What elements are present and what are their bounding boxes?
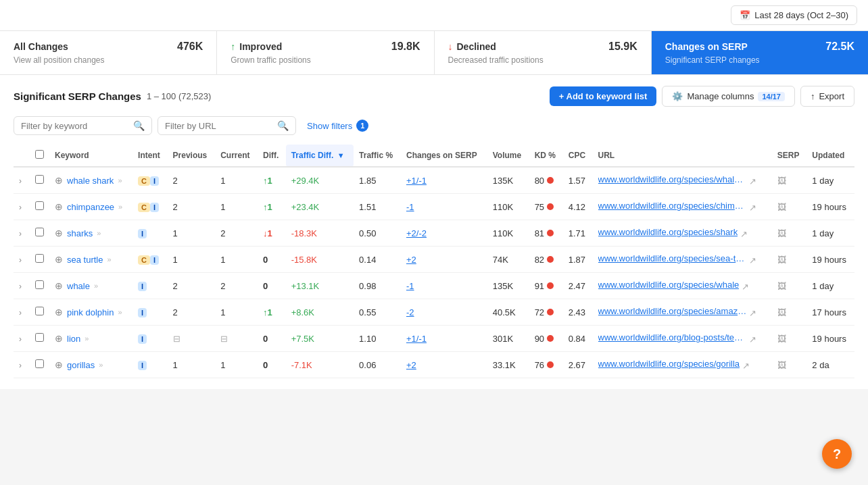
range-text: 1 – 100 (72,523) xyxy=(147,91,211,101)
current-cell: 1 xyxy=(215,299,258,326)
serp-cell: 🖼 xyxy=(772,326,807,352)
url-link[interactable]: www.worldwildlife.org/species/sea-turtle xyxy=(598,253,747,263)
keyword-filter-input[interactable] xyxy=(21,121,129,131)
keyword-link[interactable]: gorillas xyxy=(67,360,95,370)
updated-cell: 19 hours xyxy=(806,247,854,273)
export-button[interactable]: ↑ Export xyxy=(800,86,854,107)
keyword-link[interactable]: sea turtle xyxy=(67,255,103,265)
changes-serp-link[interactable]: +1/-1 xyxy=(406,176,427,186)
page-title: Significant SERP Changes xyxy=(14,91,141,102)
intent-cell: CI xyxy=(132,167,168,194)
checkbox-cell xyxy=(30,220,49,247)
row-checkbox[interactable] xyxy=(35,359,44,368)
url-external-link-button[interactable]: ↗ xyxy=(749,176,756,186)
improved-value: 19.8K xyxy=(391,41,420,53)
date-range-button[interactable]: 📅 Last 28 days (Oct 2–30) xyxy=(731,5,857,25)
expand-button[interactable]: › xyxy=(19,255,22,265)
serp-screenshot-button[interactable]: 🖼 xyxy=(777,255,786,265)
keyword-link[interactable]: lion xyxy=(67,334,80,344)
badge-i: I xyxy=(138,361,147,370)
manage-columns-button[interactable]: ⚙️ Manage columns 14/17 xyxy=(662,86,795,107)
url-link[interactable]: www.worldwildlife.org/species/shark xyxy=(598,227,738,237)
expand-button[interactable]: › xyxy=(19,176,22,186)
intent-cell: I xyxy=(132,273,168,299)
keyword-link[interactable]: sharks xyxy=(67,228,93,238)
changes-serp-link[interactable]: +2 xyxy=(406,360,416,370)
url-link[interactable]: www.worldwildlife.org/species/whale-shar… xyxy=(598,174,747,184)
kd-cell: 82 xyxy=(529,247,563,273)
keyword-cell: ⊕ chimpanzee » xyxy=(49,194,132,220)
url-external-link-button[interactable]: ↗ xyxy=(749,203,756,213)
expand-button[interactable]: › xyxy=(19,361,22,370)
keyword-link[interactable]: pink dolphin xyxy=(67,307,114,317)
col-traffic-diff[interactable]: Traffic Diff. ▼ xyxy=(286,145,354,167)
url-filter-input[interactable] xyxy=(165,121,273,131)
add-to-keyword-list-button[interactable]: + Add to keyword list xyxy=(550,86,657,106)
changes-serp-link[interactable]: +2 xyxy=(406,255,416,265)
stat-improved[interactable]: ↑ Improved 19.8K Grown traffic positions xyxy=(217,31,434,74)
kw-add-icon: ⊕ xyxy=(55,228,63,238)
keyword-link[interactable]: whale xyxy=(67,281,90,291)
table-row: › ⊕ chimpanzee » CI 2 1 ↑1 +23.4K 1.51 -… xyxy=(14,194,854,220)
row-checkbox[interactable] xyxy=(35,201,44,210)
url-link[interactable]: www.worldwildlife.org/species/chimpanzee xyxy=(598,201,747,211)
expand-button[interactable]: › xyxy=(19,203,22,212)
url-external-link-button[interactable]: ↗ xyxy=(749,308,756,318)
url-link[interactable]: www.worldwildlife.org/species/gorilla xyxy=(598,359,740,369)
keyword-link[interactable]: chimpanzee xyxy=(67,202,114,212)
serp-screenshot-button[interactable]: 🖼 xyxy=(777,228,786,238)
traffic-pct-cell: 1.51 xyxy=(354,194,401,220)
intent-cell: I xyxy=(132,299,168,326)
url-external-link-button[interactable]: ↗ xyxy=(749,334,756,344)
changes-serp-link[interactable]: -1 xyxy=(406,202,414,212)
stat-serp-changes[interactable]: Changes on SERP 72.5K Significant SERP c… xyxy=(652,31,868,74)
col-expand xyxy=(14,145,30,167)
expand-button[interactable]: › xyxy=(19,334,22,344)
serp-screenshot-button[interactable]: 🖼 xyxy=(777,202,786,212)
cpc-cell: 1.87 xyxy=(563,247,593,273)
kd-cell: 80 xyxy=(529,167,563,194)
url-search-button[interactable]: 🔍 xyxy=(277,120,289,131)
changes-serp-link[interactable]: +1/-1 xyxy=(406,334,427,344)
serp-screenshot-button[interactable]: 🖼 xyxy=(777,176,786,186)
url-external-link-button[interactable]: ↗ xyxy=(749,255,756,265)
row-checkbox[interactable] xyxy=(35,228,44,236)
traffic-diff-cell: +7.5K xyxy=(286,326,354,352)
toolbar-right: + Add to keyword list ⚙️ Manage columns … xyxy=(550,86,854,107)
row-checkbox[interactable] xyxy=(35,254,44,263)
changes-serp-link[interactable]: +2/-2 xyxy=(406,228,427,238)
url-link[interactable]: www.worldwildlife.org/species/whale xyxy=(598,280,740,290)
url-link[interactable]: www.worldwildlife.org/blog-posts/ten-int… xyxy=(598,332,747,342)
changes-serp-link[interactable]: -1 xyxy=(406,281,414,291)
expand-button[interactable]: › xyxy=(19,282,22,291)
show-filters-button[interactable]: Show filters 1 xyxy=(302,116,374,135)
serp-screenshot-button[interactable]: 🖼 xyxy=(777,360,786,370)
serp-screenshot-button[interactable]: 🖼 xyxy=(777,307,786,317)
url-external-link-button[interactable]: ↗ xyxy=(740,229,748,239)
keyword-link[interactable]: whale shark xyxy=(67,176,114,186)
toolbar-left: Significant SERP Changes 1 – 100 (72,523… xyxy=(14,91,211,102)
expand-cell: › xyxy=(14,220,30,247)
row-checkbox[interactable] xyxy=(35,307,44,315)
expand-button[interactable]: › xyxy=(19,229,22,238)
kd-dot xyxy=(547,361,554,368)
badge-i: I xyxy=(150,255,159,265)
stat-all-changes[interactable]: All Changes 476K View all position chang… xyxy=(0,31,217,74)
url-external-link-button[interactable]: ↗ xyxy=(742,361,750,371)
url-link[interactable]: www.worldwildlife.org/species/amazon-riv… xyxy=(598,306,747,316)
expand-button[interactable]: › xyxy=(19,308,22,317)
url-cell: www.worldwildlife.org/species/chimpanzee… xyxy=(593,194,772,220)
changes-serp-link[interactable]: -2 xyxy=(406,307,414,317)
row-checkbox[interactable] xyxy=(35,280,44,289)
row-checkbox[interactable] xyxy=(35,175,44,184)
keyword-search-button[interactable]: 🔍 xyxy=(133,120,145,131)
kd-dot xyxy=(547,309,554,315)
checkbox-cell xyxy=(30,194,49,220)
checkbox-cell xyxy=(30,299,49,326)
select-all-checkbox[interactable] xyxy=(35,150,44,159)
url-external-link-button[interactable]: ↗ xyxy=(742,282,749,292)
serp-screenshot-button[interactable]: 🖼 xyxy=(777,281,786,291)
serp-screenshot-button[interactable]: 🖼 xyxy=(777,334,786,344)
row-checkbox[interactable] xyxy=(35,333,44,342)
stat-declined[interactable]: ↓ Declined 15.9K Decreased traffic posit… xyxy=(435,31,652,74)
